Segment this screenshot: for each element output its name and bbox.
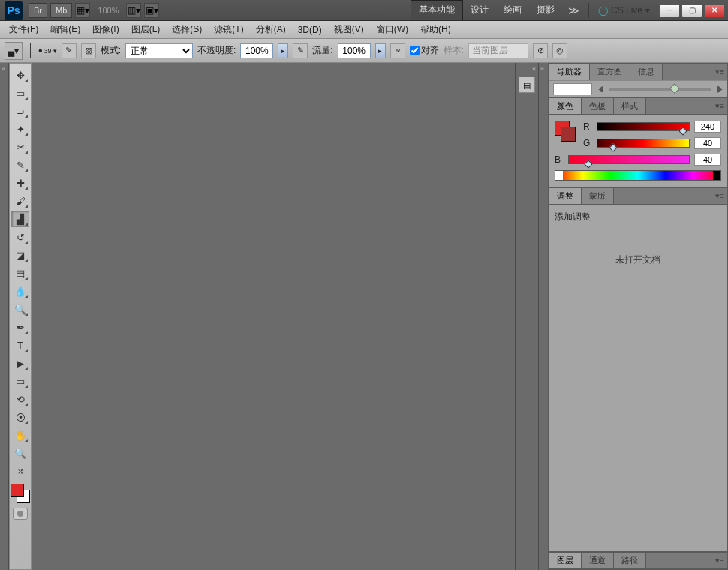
doc-layout-icon[interactable]: ▣▾ [144,3,159,18]
dock-left-strip[interactable]: » [0,63,9,570]
pattern-toggle-icon[interactable]: ▧ [81,44,96,58]
tab-color[interactable]: 颜色 [549,98,582,114]
history-brush-tool[interactable]: ↺ [11,229,29,245]
flow-input[interactable] [338,44,371,58]
crop-tool[interactable]: ✂ [11,139,29,155]
r-input[interactable] [694,121,721,133]
navigator-zoom-input[interactable] [553,83,592,95]
eyedropper-tool[interactable]: ✎ [11,157,29,173]
tab-masks[interactable]: 蒙版 [581,188,614,204]
g-input[interactable] [694,137,721,149]
3d-tool[interactable]: ⟲ [11,391,29,407]
foreground-color[interactable] [11,484,24,497]
airbrush-icon[interactable]: ༄ [390,44,405,58]
arrange-docs-icon[interactable]: ▥▾ [126,3,141,18]
sample-label: 样本: [444,44,464,57]
tab-adjustments[interactable]: 调整 [549,188,582,204]
aligned-check-input[interactable] [410,46,420,56]
r-slider[interactable] [597,122,690,131]
minimize-button[interactable]: ─ [659,4,680,17]
screen-mode-icon[interactable]: ▦▾ [75,3,90,18]
cslive-button[interactable]: ◯ CS Live ▾ [592,5,656,16]
brush-panel-icon[interactable]: ✎ [62,44,77,58]
eraser-tool[interactable]: ◪ [11,247,29,263]
heal-tool[interactable]: ✚ [11,175,29,191]
b-slider[interactable] [568,155,690,164]
color-swatch[interactable] [11,484,30,503]
pen-tool[interactable]: ✒ [11,319,29,335]
tab-styles[interactable]: 样式 [613,98,646,114]
b-input[interactable] [694,154,721,166]
swap-colors-icon[interactable]: ⤭ [11,463,29,479]
shape-tool[interactable]: ▭ [11,373,29,389]
tab-swatches[interactable]: 色板 [581,98,614,114]
menu-edit[interactable]: 编辑(E) [44,21,86,38]
menu-file[interactable]: 文件(F) [3,21,44,38]
close-button[interactable]: ✕ [704,4,725,17]
3d-camera-tool[interactable]: ⦿ [11,409,29,425]
ignore-adjust-icon[interactable]: ⊘ [533,44,548,58]
panel-menu-icon[interactable]: ▾≡ [715,67,724,76]
tablet-size-icon[interactable]: ◎ [552,44,567,58]
tab-layers[interactable]: 图层 [549,552,582,568]
zoom-tool[interactable]: 🔍 [11,445,29,461]
bridge-button[interactable]: Br [29,3,47,18]
move-tool[interactable]: ✥ [11,67,29,83]
path-select-tool[interactable]: ▶ [11,355,29,371]
canvas-area [32,63,515,570]
type-tool[interactable]: T [11,337,29,353]
minibridge-button[interactable]: Mb [50,3,72,18]
panel-menu-icon[interactable]: ▾≡ [715,556,724,566]
spectrum-bar[interactable] [555,170,721,181]
workspace-tab-photography[interactable]: 摄影 [529,1,562,20]
menu-help[interactable]: 帮助(H) [414,21,457,38]
brush-tool[interactable]: 🖌 [11,193,29,209]
g-slider[interactable] [597,139,690,148]
menu-image[interactable]: 图像(I) [86,21,125,38]
marquee-tool[interactable]: ▭ [11,85,29,101]
current-tool-icon[interactable]: ▄▾ [5,42,23,60]
menu-analysis[interactable]: 分析(A) [250,21,292,38]
history-panel-icon[interactable]: ▤ [519,76,535,93]
menu-view[interactable]: 视图(V) [328,21,370,38]
tab-info[interactable]: 信息 [630,63,663,80]
navigator-zoom-slider[interactable] [609,88,711,91]
zoom-out-icon[interactable] [598,86,603,93]
aligned-checkbox[interactable]: 对齐 [410,44,439,57]
maximize-button[interactable]: ▢ [681,4,702,17]
zoom-in-icon[interactable] [717,86,723,93]
panel-menu-icon[interactable]: ▾≡ [715,101,724,111]
wand-tool[interactable]: ✦ [11,121,29,137]
panel-menu-icon[interactable]: ▾≡ [715,191,724,201]
brush-preset[interactable]: • 39 ▾ [38,44,57,58]
gradient-tool[interactable]: ▤ [11,265,29,281]
quickmask-button[interactable] [13,508,28,520]
blur-tool[interactable]: 💧 [11,283,29,299]
menu-window[interactable]: 窗口(W) [370,21,414,38]
tablet-opacity-icon[interactable]: ✎ [293,44,308,58]
dodge-tool[interactable]: 🔍 [11,301,29,317]
tab-paths[interactable]: 路径 [613,552,646,568]
tab-channels[interactable]: 通道 [581,552,614,568]
color-preview[interactable] [555,121,576,142]
stamp-tool[interactable]: ▟ [11,211,29,227]
workspace-tab-painting[interactable]: 绘画 [496,1,529,20]
workspace-more-icon[interactable]: ≫ [562,4,585,16]
menu-3d[interactable]: 3D(D) [292,22,328,38]
opacity-input[interactable] [240,44,273,58]
workspace-tab-essentials[interactable]: 基本功能 [411,0,463,20]
opacity-flyout-icon[interactable]: ▸ [278,44,288,58]
menu-layer[interactable]: 图层(L) [125,21,167,38]
flow-flyout-icon[interactable]: ▸ [375,44,386,58]
lasso-tool[interactable]: ⊃ [11,103,29,119]
menu-select[interactable]: 选择(S) [166,21,208,38]
hand-tool[interactable]: ✋ [11,427,29,443]
dock-right-strip[interactable]: » [539,63,548,570]
menu-filter[interactable]: 滤镜(T) [208,21,249,38]
sample-select: 当前图层 [468,44,528,58]
adjustments-title: 添加调整 [555,211,721,224]
blend-mode-select[interactable]: 正常 [125,44,193,58]
workspace-tab-design[interactable]: 设计 [463,1,496,20]
tab-histogram[interactable]: 直方图 [589,63,630,80]
tab-navigator[interactable]: 导航器 [549,63,590,80]
